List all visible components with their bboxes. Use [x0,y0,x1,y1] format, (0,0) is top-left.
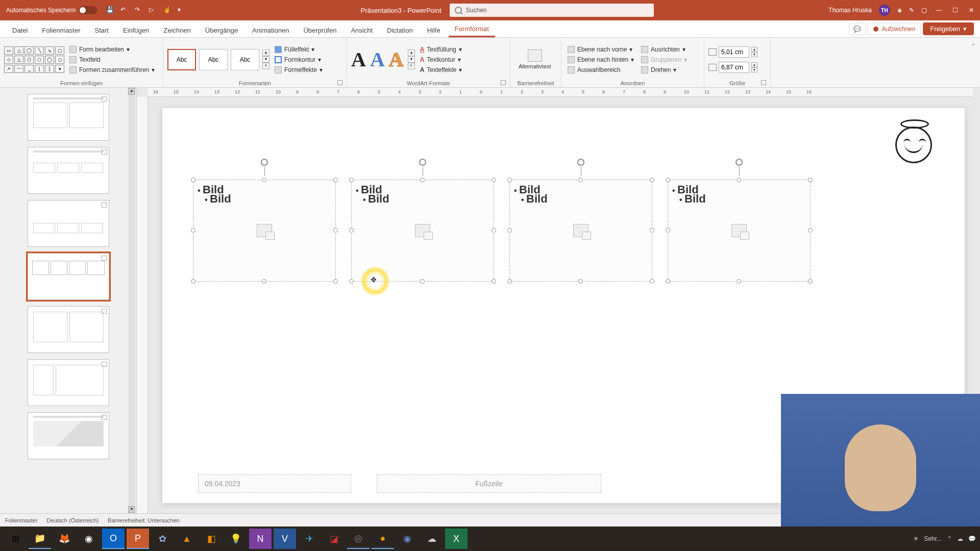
chrome-icon[interactable]: ◉ [78,529,100,549]
resize-handle[interactable] [808,279,813,284]
text-fill-button[interactable]: ATextfüllung ▾ [418,45,464,54]
tab-insert[interactable]: Einfügen [117,22,155,37]
wordart-scroll[interactable]: ▴▾≡ [408,49,415,69]
share-button[interactable]: Freigeben▾ [923,22,974,35]
search-box[interactable]: Suchen [450,4,654,17]
collapse-ribbon-icon[interactable]: ⌄ [971,40,976,47]
footer-placeholder[interactable]: Fußzeile [377,474,601,493]
resize-handle[interactable] [333,178,338,182]
rotate-handle[interactable] [736,159,743,166]
tab-review[interactable]: Überprüfen [297,22,342,37]
comments-button[interactable]: 💬 [849,23,866,35]
explorer-icon[interactable]: 📁 [29,529,51,549]
powerpoint-icon[interactable]: P [127,529,149,549]
shape-effects-button[interactable]: Formeffekte ▾ [273,65,325,74]
user-name[interactable]: Thomas Hruska [828,7,872,14]
resize-handle[interactable] [492,279,496,284]
save-icon[interactable]: 💾 [106,6,114,14]
resize-handle[interactable] [191,178,195,182]
rotate-button[interactable]: Drehen ▾ [639,65,689,74]
tab-start[interactable]: Start [89,22,115,37]
autosave-toggle[interactable] [79,6,97,14]
system-tray[interactable]: ☀ Sehr... ⌃ ☁ 💬 [913,535,976,542]
app-icon-4[interactable]: ◪ [323,529,345,549]
redo-icon[interactable]: ↷ [135,6,143,14]
maximize-button[interactable]: ☐ [950,7,960,14]
resize-handle[interactable] [650,279,654,284]
style-scroll[interactable]: ▴▾≡ [262,49,270,69]
resize-handle[interactable] [507,178,512,182]
chat-icon[interactable]: 💬 [968,535,976,542]
launcher-icon[interactable] [337,80,342,85]
picture-icon[interactable] [731,224,747,237]
text-effects-button[interactable]: ATexteffekte ▾ [418,65,464,74]
picture-icon[interactable] [573,224,589,237]
resize-handle[interactable] [666,228,670,233]
resize-handle[interactable] [737,178,741,182]
alttext-button[interactable]: Alternativtext [514,47,555,71]
resize-handle[interactable] [578,279,583,284]
shape-style-2[interactable]: Abc [199,49,228,70]
image-placeholder[interactable]: BildBild [193,180,336,282]
resize-handle[interactable] [578,178,583,182]
resize-handle[interactable] [262,279,266,284]
cloud-icon[interactable]: ☁ [957,535,963,542]
selection-pane-button[interactable]: Auswahlbereich [566,65,636,74]
layout-thumb-4-selected[interactable] [28,253,109,300]
visio-icon[interactable]: V [274,529,296,549]
status-language[interactable]: Deutsch (Österreich) [47,517,99,523]
resize-handle[interactable] [191,279,195,284]
launcher-icon[interactable] [761,80,766,85]
resize-handle[interactable] [650,228,654,233]
send-backward-button[interactable]: Ebene nach hinten ▾ [566,55,636,64]
shape-styles-gallery[interactable]: Abc Abc Abc ▴▾≡ [167,49,270,70]
image-placeholder[interactable]: BildBild [509,180,652,282]
width-input[interactable]: ▴▾ [708,62,757,73]
edit-shape-button[interactable]: Form bearbeiten ▾ [67,45,157,54]
resize-handle[interactable] [808,178,813,182]
onenote-icon[interactable]: N [249,529,272,549]
scroll-up-icon[interactable]: ▴ [128,88,135,95]
resize-handle[interactable] [808,228,813,233]
telegram-icon[interactable]: ✈ [298,529,321,549]
record-button[interactable]: Aufzeichnen [868,23,921,35]
smiley-shape[interactable] [895,123,934,162]
tray-expand-icon[interactable]: ⌃ [947,535,952,542]
date-placeholder[interactable]: 09.04.2023 [198,474,351,493]
resize-handle[interactable] [492,228,496,233]
weather-icon[interactable]: ☀ [913,535,919,542]
app-icon-2[interactable]: ◧ [200,529,223,549]
resize-handle[interactable] [492,178,496,182]
start-icon[interactable]: ▷ [149,6,157,14]
tab-file[interactable]: Datei [6,22,34,37]
resize-handle[interactable] [349,178,354,182]
tab-animations[interactable]: Animationen [246,22,295,37]
tab-slidemaster[interactable]: Folienmaster [36,22,86,37]
resize-handle[interactable] [349,228,354,233]
rotate-handle[interactable] [261,159,268,166]
shape-style-1[interactable]: Abc [167,49,196,70]
scroll-down-icon[interactable]: ▾ [128,506,135,513]
resize-handle[interactable] [420,178,425,182]
touch-icon[interactable]: ☝ [163,6,172,14]
app-icon-1[interactable]: ✿ [151,529,174,549]
firefox-icon[interactable]: 🦊 [53,529,76,549]
diamond-icon[interactable]: ◈ [897,7,902,14]
tab-draw[interactable]: Zeichnen [157,22,197,37]
resize-handle[interactable] [349,279,354,284]
width-field[interactable] [719,62,749,73]
app-icon-6[interactable]: ◉ [396,529,419,549]
rotate-handle[interactable] [419,159,426,166]
obs-icon[interactable]: ◎ [347,529,370,549]
tab-help[interactable]: Hilfe [421,22,447,37]
layout-thumb-5[interactable] [28,306,109,353]
layout-thumb-6[interactable] [28,359,109,406]
bring-forward-button[interactable]: Ebene nach vorne ▾ [566,45,636,54]
tab-view[interactable]: Ansicht [345,22,379,37]
launcher-icon[interactable] [501,80,506,85]
wordart-a2[interactable]: A [370,47,385,71]
resize-handle[interactable] [666,279,670,284]
outlook-icon[interactable]: O [102,529,125,549]
app-icon-3[interactable]: 💡 [225,529,247,549]
resize-handle[interactable] [507,279,512,284]
